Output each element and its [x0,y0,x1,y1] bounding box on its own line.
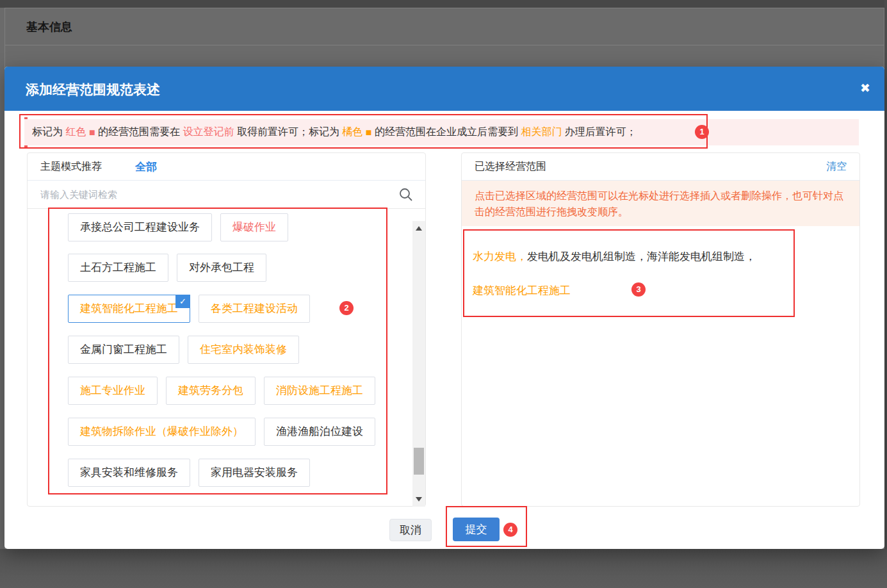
notice-seg-orange: 橘色 [342,126,362,139]
tag-row: 建筑智能化工程施工✓ 各类工程建设活动 [68,295,310,323]
scope-tag-orange[interactable]: 施工专业作业 [68,377,158,405]
tag-row: 建筑物拆除作业（爆破作业除外） 渔港渔船泊位建设 [68,418,375,446]
notice-seg-red: 设立登记前 [183,126,234,139]
scope-tag-orange[interactable]: 消防设施工程施工 [264,377,375,405]
selected-scope-item[interactable]: 发电机及发电机组制造，海洋能发电机组制造， [527,250,756,263]
scope-tag[interactable]: 家用电器安装服务 [199,459,310,487]
scroll-down-icon[interactable] [416,497,422,502]
selected-scope-hint: 点击已选择区域的经营范围可以在光标处进行选择插入或者删除操作，也可针对点击的经营… [462,181,859,226]
tag-row: 金属门窗工程施工 住宅室内装饰装修 [68,336,299,364]
cancel-button[interactable]: 取消 [389,519,432,541]
notice-seg: 办理后置许可； [562,126,636,139]
modal-title: 添加经营范围规范表述 [26,81,160,99]
notice-seg: 的经营范围需要在 [98,126,183,139]
selected-scope-item-orange[interactable]: 建筑智能化工程施工 [473,284,571,297]
tag-row: 家具安装和维修服务 家用电器安装服务 [68,459,310,487]
tag-row: 施工专业作业 建筑劳务分包 消防设施工程施工 [68,377,375,405]
notice-seg: 取得前置许可；标记为 [234,126,342,139]
step-badge-3: 3 [631,282,646,297]
scope-tag-orange[interactable]: 各类工程建设活动 [199,295,310,323]
left-panel-tabs: 主题模式推荐 全部 [28,153,425,181]
search-row [28,181,425,209]
add-business-scope-modal: 添加经营范围规范表述 ✖ 标记为 红色 ■ 的经营范围需要在 设立登记前 取得前… [4,67,884,549]
scope-tag[interactable]: 对外承包工程 [177,254,266,282]
keyword-search-input[interactable] [28,181,399,208]
scope-tag-orange[interactable]: 住宅室内装饰装修 [188,336,299,364]
notice-seg: 标记为 [32,126,65,139]
modal-header: 添加经营范围规范表述 ✖ [4,67,884,111]
close-icon[interactable]: ✖ [860,81,870,95]
page-top-strip [0,0,887,8]
submit-button[interactable]: 提交 [453,518,500,541]
step-badge-2: 2 [339,301,354,315]
selected-scope-line[interactable]: 建筑智能化工程施工 [473,283,571,298]
tab-theme-recommend[interactable]: 主题模式推荐 [40,160,102,174]
clear-all-link[interactable]: 清空 [826,160,847,174]
step-badge-1: 1 [695,125,709,139]
scope-tag[interactable]: 渔港渔船泊位建设 [264,418,375,446]
tag-row: 承接总公司工程建设业务 爆破作业 [68,213,288,241]
scope-tag[interactable]: 金属门窗工程施工 [68,336,179,364]
red-square-icon: ■ [86,127,98,138]
step-badge-4: 4 [503,523,517,537]
scope-tag[interactable]: 土石方工程施工 [68,254,168,282]
scope-tag[interactable]: 家具安装和维修服务 [68,459,190,487]
scope-picker-panel: 主题模式推荐 全部 承接总公司工程建设业务 爆破作业 土石方工程施工 对外承包工… [27,152,426,507]
background-title-row: 基本信息 [5,8,884,45]
scope-tag-red[interactable]: 爆破作业 [220,213,288,241]
selected-scope-line[interactable]: 水力发电，发电机及发电机组制造，海洋能发电机组制造， [473,249,756,264]
selected-scope-item-orange[interactable]: 水力发电， [473,250,527,263]
scope-tag-orange[interactable]: 建筑物拆除作业（爆破作业除外） [68,418,256,446]
notice-seg-orange: 相关部门 [521,126,562,139]
selected-scope-panel: 已选择经营范围 清空 点击已选择区域的经营范围可以在光标处进行选择插入或者删除操… [461,152,860,507]
tab-all[interactable]: 全部 [135,159,157,174]
orange-square-icon: ■ [362,127,375,138]
tag-row: 土石方工程施工 对外承包工程 [68,254,266,282]
notice-seg: 的经营范围在企业成立后需要到 [375,126,521,139]
checkbox-checked-icon: ✓ [175,295,190,308]
search-icon[interactable] [398,187,414,205]
scope-tag[interactable]: 承接总公司工程建设业务 [68,213,212,241]
legend-notice: 标记为 红色 ■ 的经营范围需要在 设立登记前 取得前置许可；标记为 橘色 ■ … [24,119,859,145]
scope-tag-orange[interactable]: 建筑劳务分包 [166,377,256,405]
scroll-up-icon[interactable] [416,226,422,231]
selected-scope-title: 已选择经营范围 [475,160,546,174]
scope-tag-selected[interactable]: 建筑智能化工程施工✓ [68,295,190,323]
page-bottom-strip [0,549,887,588]
notice-seg-red: 红色 [65,126,86,139]
page-title: 基本信息 [26,19,72,35]
scope-tag-label: 建筑智能化工程施工 [80,302,178,314]
scrollbar-thumb[interactable] [414,448,424,475]
page-right-strip [884,0,887,588]
scrollbar[interactable] [412,221,425,507]
right-panel-header: 已选择经营范围 清空 [462,153,859,181]
